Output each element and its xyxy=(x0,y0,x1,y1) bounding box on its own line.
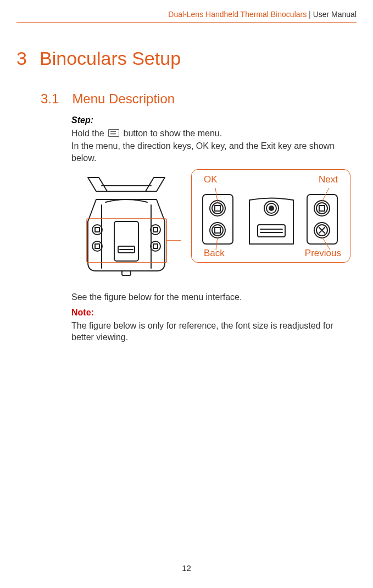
svg-point-25 xyxy=(269,206,274,210)
svg-rect-16 xyxy=(203,195,233,244)
svg-rect-9 xyxy=(95,244,99,248)
callout-ok-label: OK xyxy=(204,174,218,185)
hold-instruction: Hold the button to show the menu. xyxy=(71,127,346,140)
section-number: 3.1 xyxy=(41,91,59,107)
callout-previous-label: Previous xyxy=(305,248,341,259)
svg-point-21 xyxy=(212,225,223,236)
hold-text-post: button to show the menu. xyxy=(124,129,222,138)
svg-point-12 xyxy=(151,241,160,251)
step-label: Step: xyxy=(71,114,346,126)
svg-rect-26 xyxy=(258,225,285,237)
callout-next-label: Next xyxy=(319,174,338,185)
svg-point-18 xyxy=(212,203,223,214)
controls-callout-box: OK Next Back Previous xyxy=(191,169,350,263)
doc-type: User Manual xyxy=(313,10,357,19)
page-header: Dual-Lens Handheld Thermal Binoculars | … xyxy=(16,10,357,23)
callout-back-label: Back xyxy=(204,248,225,259)
chapter-heading: 3 Binoculars Setup xyxy=(16,48,357,69)
svg-rect-29 xyxy=(307,195,337,244)
chapter-title: Binoculars Setup xyxy=(40,48,181,69)
note-label: Note: xyxy=(71,307,346,319)
svg-point-6 xyxy=(92,225,102,235)
note-text: The figure below is only for reference, … xyxy=(71,320,346,343)
section-title: Menu Description xyxy=(72,91,175,107)
svg-rect-19 xyxy=(215,206,220,211)
svg-rect-7 xyxy=(95,228,99,232)
hold-text-pre: Hold the xyxy=(71,129,107,138)
svg-rect-2 xyxy=(114,221,138,261)
binoculars-diagram xyxy=(71,169,181,279)
chapter-number: 3 xyxy=(16,48,30,69)
svg-rect-32 xyxy=(319,206,325,211)
product-name: Dual-Lens Handheld Thermal Binoculars xyxy=(168,10,307,19)
svg-rect-5 xyxy=(122,271,131,275)
keys-description: In the menu, the direction keys, OK key,… xyxy=(71,140,346,164)
svg-rect-13 xyxy=(153,244,158,248)
svg-rect-22 xyxy=(215,228,220,233)
header-separator: | xyxy=(307,10,313,19)
page-number: 12 xyxy=(0,563,373,573)
svg-point-31 xyxy=(316,203,327,214)
svg-point-10 xyxy=(151,225,160,235)
see-figure-text: See the figure below for the menu interf… xyxy=(71,291,346,303)
menu-button-icon xyxy=(108,129,119,137)
svg-rect-11 xyxy=(153,228,158,232)
section-heading: 3.1 Menu Description xyxy=(41,91,357,107)
svg-point-8 xyxy=(92,241,102,251)
figure-row: OK Next Back Previous xyxy=(71,169,357,279)
